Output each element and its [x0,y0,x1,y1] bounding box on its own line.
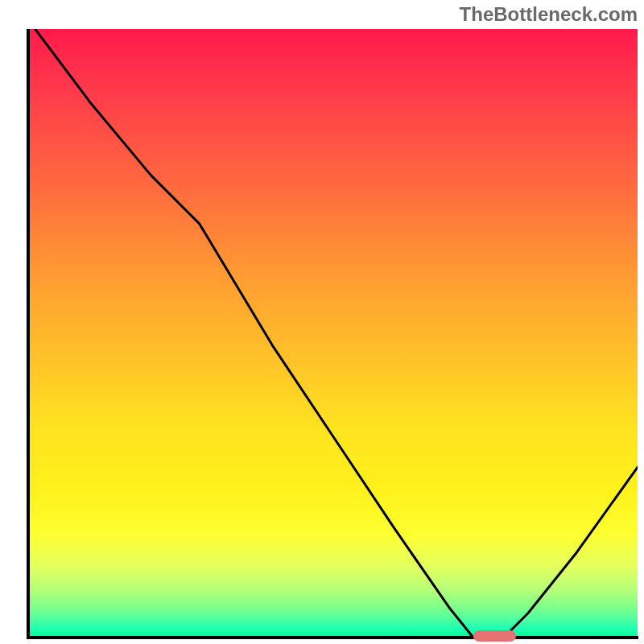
chart-curve [29,29,638,638]
watermark-text: TheBottleneck.com [460,3,638,26]
optimal-marker [473,630,516,642]
chart-container: TheBottleneck.com [0,0,644,644]
